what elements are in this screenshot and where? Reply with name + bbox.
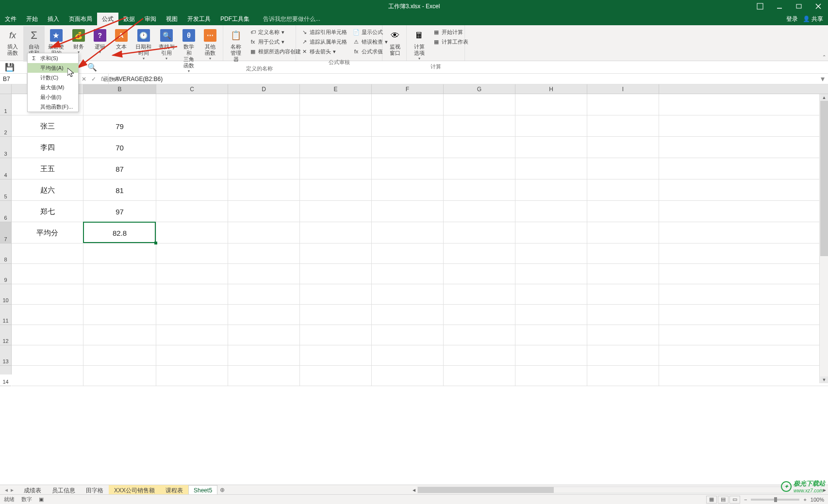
column-header-F[interactable]: F — [372, 84, 444, 94]
cell-H1[interactable] — [515, 94, 587, 115]
cell-C9[interactable] — [156, 264, 228, 284]
scroll-up-button[interactable]: ▲ — [820, 94, 828, 101]
login-link[interactable]: 登录 — [786, 15, 798, 23]
cell-C11[interactable] — [156, 305, 228, 325]
cell-C7[interactable] — [156, 222, 228, 244]
row-header-5[interactable]: 5 — [0, 179, 11, 201]
calculation-options-button[interactable]: 🖩 计算选项▾ — [409, 26, 430, 62]
cell-F7[interactable] — [372, 222, 444, 244]
cell-D10[interactable] — [228, 284, 300, 305]
cell-H10[interactable] — [515, 284, 587, 305]
cell-A6[interactable]: 郑七 — [12, 201, 83, 222]
cell-E9[interactable] — [300, 264, 372, 284]
cell-G13[interactable] — [444, 345, 515, 366]
column-header-C[interactable]: C — [156, 84, 228, 94]
cell-G5[interactable] — [444, 179, 515, 201]
cell-F8[interactable] — [372, 244, 444, 264]
cell-E1[interactable] — [300, 94, 372, 115]
trace-dependents-button[interactable]: ↗追踪从属单元格 — [301, 37, 347, 46]
cell-B4[interactable]: 87 — [83, 158, 156, 179]
text-button[interactable]: A 文本▾ — [111, 26, 132, 55]
cell-B2[interactable]: 79 — [83, 115, 156, 137]
cell-G14[interactable] — [444, 366, 515, 386]
cell-D8[interactable] — [228, 244, 300, 264]
cell-E8[interactable] — [300, 244, 372, 264]
tell-me-prompt[interactable]: 告诉我您想要做什么... — [263, 15, 320, 23]
cell-B7[interactable]: 82.8 — [83, 222, 156, 244]
cell-D7[interactable] — [228, 222, 300, 244]
cell-B14[interactable] — [83, 366, 156, 386]
cell-H4[interactable] — [515, 158, 587, 179]
tab-nav-last[interactable]: ▸ — [11, 487, 14, 493]
cell-B13[interactable] — [83, 345, 156, 366]
calculate-now-button[interactable]: ▦开始计算 — [433, 28, 468, 36]
menu-tab-视图[interactable]: 视图 — [161, 13, 182, 25]
cell-C12[interactable] — [156, 325, 228, 345]
cell-D5[interactable] — [228, 179, 300, 201]
cell-A8[interactable] — [12, 244, 83, 264]
insert-function-button[interactable]: fx 插入函数 — [2, 26, 23, 57]
cell-I13[interactable] — [587, 345, 659, 366]
zoom-level[interactable]: 100% — [811, 497, 824, 503]
name-manager-button[interactable]: 📋 名称 管理器 — [225, 26, 247, 64]
row-header-9[interactable]: 9 — [0, 264, 11, 284]
add-sheet-button[interactable]: ⊕ — [217, 487, 227, 493]
dropdown-item-5[interactable]: 其他函数(F)... — [28, 102, 78, 112]
cell-I5[interactable] — [587, 179, 659, 201]
cell-I10[interactable] — [587, 284, 659, 305]
page-layout-view-button[interactable]: ▤ — [718, 496, 729, 504]
other-functions-button[interactable]: ⋯ 其他函数▾ — [199, 26, 221, 62]
cell-G9[interactable] — [444, 264, 515, 284]
cell-E11[interactable] — [300, 305, 372, 325]
close-button[interactable] — [809, 0, 828, 13]
column-header-I[interactable]: I — [587, 84, 659, 94]
menu-tab-页面布局[interactable]: 页面布局 — [64, 13, 97, 25]
cell-F12[interactable] — [372, 325, 444, 345]
cell-D12[interactable] — [228, 325, 300, 345]
watch-window-button[interactable]: 👁 监视窗口 — [384, 26, 406, 57]
cell-G11[interactable] — [444, 305, 515, 325]
lookup-button[interactable]: 🔍 查找与引用▾ — [155, 26, 178, 62]
cell-A2[interactable]: 张三 — [12, 115, 83, 137]
cell-A5[interactable]: 赵六 — [12, 179, 83, 201]
cell-G12[interactable] — [444, 325, 515, 345]
cell-F1[interactable] — [372, 94, 444, 115]
row-header-8[interactable]: 8 — [0, 244, 11, 264]
cell-H6[interactable] — [515, 201, 587, 222]
cell-F13[interactable] — [372, 345, 444, 366]
column-header-B[interactable]: B — [83, 84, 156, 94]
cell-C1[interactable] — [156, 94, 228, 115]
cell-A9[interactable] — [12, 264, 83, 284]
cell-C8[interactable] — [156, 244, 228, 264]
vertical-scrollbar[interactable]: ▲ ▼ — [819, 94, 828, 383]
cell-C5[interactable] — [156, 179, 228, 201]
cell-E2[interactable] — [300, 115, 372, 137]
calculate-sheet-button[interactable]: ▦计算工作表 — [433, 37, 468, 46]
sheet-tab-田字格[interactable]: 田字格 — [81, 485, 109, 495]
cell-C13[interactable] — [156, 345, 228, 366]
cell-F10[interactable] — [372, 284, 444, 305]
row-header-2[interactable]: 2 — [0, 115, 11, 137]
cell-D3[interactable] — [228, 137, 300, 158]
ribbon-display-options[interactable] — [750, 0, 770, 13]
sheet-tab-XXX公司销售额[interactable]: XXX公司销售额 — [109, 485, 160, 495]
cell-C14[interactable] — [156, 366, 228, 386]
row-header-4[interactable]: 4 — [0, 158, 11, 179]
define-name-button[interactable]: 🏷定义名称 ▾ — [249, 28, 301, 36]
select-all-corner[interactable] — [0, 84, 12, 94]
menu-tab-开始[interactable]: 开始 — [21, 13, 43, 25]
dropdown-item-2[interactable]: 计数(C) — [28, 73, 78, 82]
cell-B1[interactable] — [83, 94, 156, 115]
cell-G8[interactable] — [444, 244, 515, 264]
cell-D9[interactable] — [228, 264, 300, 284]
cell-G1[interactable] — [444, 94, 515, 115]
cell-A3[interactable]: 李四 — [12, 137, 83, 158]
share-button[interactable]: 👤 共享 — [803, 15, 823, 23]
zoom-in-button[interactable]: + — [803, 497, 806, 503]
cell-C2[interactable] — [156, 115, 228, 137]
row-header-12[interactable]: 12 — [0, 325, 11, 345]
dropdown-item-0[interactable]: Σ求和(S) — [28, 53, 78, 63]
cell-E7[interactable] — [300, 222, 372, 244]
maximize-button[interactable] — [789, 0, 809, 13]
cell-D4[interactable] — [228, 158, 300, 179]
